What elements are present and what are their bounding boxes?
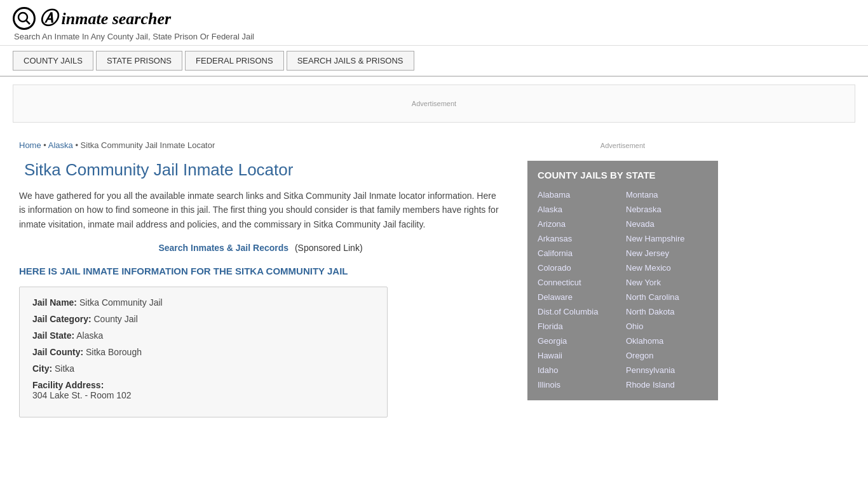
jail-name-value: Sitka Community Jail — [79, 297, 163, 308]
state-link[interactable]: Arizona — [538, 217, 620, 231]
state-link[interactable]: New Hampshire — [626, 232, 708, 245]
jail-name-row: Jail Name: Sitka Community Jail — [32, 297, 374, 308]
jail-county-label: Jail County: — [32, 347, 83, 357]
sidebar-ad-label: Advertisement — [600, 142, 645, 149]
jail-address-value: 304 Lake St. - Room 102 — [32, 390, 374, 400]
states-grid: AlabamaMontanaAlaskaNebraskaArizonaNevad… — [538, 188, 708, 391]
header: Ⓐ inmate searcher Search An Inmate In An… — [0, 0, 868, 46]
jail-state-value: Alaska — [76, 330, 103, 341]
state-link[interactable]: Connecticut — [538, 276, 620, 289]
jail-category-value: County Jail — [93, 314, 137, 324]
sponsored-suffix: (Sponsored Link) — [295, 243, 363, 253]
jail-city-row: City: Sitka — [32, 363, 374, 374]
state-link[interactable]: Oregon — [626, 349, 708, 362]
state-link[interactable]: North Carolina — [626, 290, 708, 304]
state-link[interactable]: California — [538, 247, 620, 260]
state-link[interactable]: Nebraska — [626, 203, 708, 216]
sidebar-title: COUNTY JAILS BY STATE — [538, 170, 708, 180]
state-link[interactable]: Idaho — [538, 363, 620, 377]
state-link[interactable]: Ohio — [626, 320, 708, 333]
jail-category-label: Jail Category: — [32, 314, 92, 324]
sidebar: Advertisement COUNTY JAILS BY STATE Alab… — [521, 130, 718, 428]
info-header: HERE IS JAIL INMATE INFORMATION FOR THE … — [19, 266, 502, 276]
logo-icon — [13, 7, 36, 30]
page-title: Sitka Community Jail Inmate Locator — [19, 160, 502, 180]
svg-line-1 — [26, 20, 30, 24]
sidebar-box: COUNTY JAILS BY STATE AlabamaMontanaAlas… — [527, 161, 718, 400]
tagline: Search An Inmate In Any County Jail, Sta… — [14, 32, 855, 41]
state-link[interactable]: New Jersey — [626, 247, 708, 260]
state-link[interactable]: Alaska — [538, 203, 620, 216]
breadcrumb-separator1: • — [43, 140, 48, 150]
state-link[interactable]: Illinois — [538, 378, 620, 391]
jail-county-row: Jail County: Sitka Borough — [32, 347, 374, 357]
jail-state-label: Jail State: — [32, 330, 74, 341]
sponsored-link[interactable]: Search Inmates & Jail Records — [158, 243, 288, 253]
sidebar-ad: Advertisement — [527, 137, 718, 154]
breadcrumb-separator2: • — [75, 140, 80, 150]
logo-text-area: Ⓐ inmate searcher — [39, 6, 171, 30]
state-link[interactable]: New Mexico — [626, 261, 708, 274]
jail-name-label: Jail Name: — [32, 297, 77, 308]
logo-area: Ⓐ inmate searcher — [13, 6, 855, 30]
nav-bar: COUNTY JAILS STATE PRISONS FEDERAL PRISO… — [0, 46, 868, 77]
main-layout: Home • Alaska • Sitka Community Jail Inm… — [0, 130, 868, 428]
breadcrumb-state[interactable]: Alaska — [48, 140, 73, 150]
sponsored-link-section: Search Inmates & Jail Records (Sponsored… — [19, 243, 502, 253]
state-link[interactable]: Georgia — [538, 334, 620, 348]
jail-address-label: Facility Address: — [32, 380, 104, 390]
breadcrumb-current: Sitka Community Jail Inmate Locator — [81, 140, 215, 150]
state-link[interactable]: Oklahoma — [626, 334, 708, 348]
state-link[interactable]: New York — [626, 276, 708, 289]
jail-info-box: Jail Name: Sitka Community Jail Jail Cat… — [19, 287, 388, 417]
breadcrumb-home[interactable]: Home — [19, 140, 41, 150]
state-link[interactable]: Nevada — [626, 217, 708, 231]
logo-text: Ⓐ inmate searcher — [39, 10, 171, 28]
content-area: Home • Alaska • Sitka Community Jail Inm… — [0, 130, 521, 428]
nav-state-prisons[interactable]: STATE PRISONS — [96, 51, 182, 71]
state-link[interactable]: Alabama — [538, 188, 620, 201]
state-link[interactable]: Rhode Island — [626, 378, 708, 391]
nav-search-jails[interactable]: SEARCH JAILS & PRISONS — [287, 51, 414, 71]
breadcrumb: Home • Alaska • Sitka Community Jail Inm… — [19, 140, 502, 150]
jail-county-value: Sitka Borough — [86, 347, 142, 357]
state-link[interactable]: Hawaii — [538, 349, 620, 362]
description: We have gathered for you all the availab… — [19, 189, 502, 231]
svg-point-0 — [18, 13, 27, 22]
jail-city-label: City: — [32, 363, 52, 374]
nav-county-jails[interactable]: COUNTY JAILS — [13, 51, 93, 71]
jail-category-row: Jail Category: County Jail — [32, 314, 374, 324]
state-link[interactable]: Montana — [626, 188, 708, 201]
jail-city-value: Sitka — [55, 363, 74, 374]
state-link[interactable]: Florida — [538, 320, 620, 333]
state-link[interactable]: Delaware — [538, 290, 620, 304]
state-link[interactable]: North Dakota — [626, 305, 708, 318]
state-link[interactable]: Dist.of Columbia — [538, 305, 620, 318]
top-ad-banner: Advertisement — [13, 85, 855, 123]
jail-state-row: Jail State: Alaska — [32, 330, 374, 341]
ad-label-top: Advertisement — [412, 100, 456, 107]
jail-address-row: Facility Address: 304 Lake St. - Room 10… — [32, 380, 374, 400]
state-link[interactable]: Arkansas — [538, 232, 620, 245]
state-link[interactable]: Colorado — [538, 261, 620, 274]
nav-federal-prisons[interactable]: FEDERAL PRISONS — [185, 51, 284, 71]
state-link[interactable]: Pennsylvania — [626, 363, 708, 377]
